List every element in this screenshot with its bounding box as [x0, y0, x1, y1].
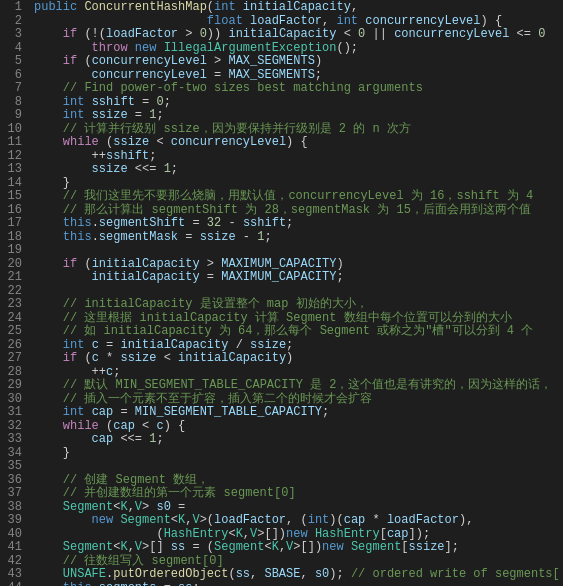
code-line-36: // 创建 Segment 数组， [34, 474, 563, 488]
code-line-20: if (initialCapacity > MAXIMUM_CAPACITY) [34, 258, 563, 272]
code-line-5: if (concurrencyLevel > MAX_SEGMENTS) [34, 55, 563, 69]
code-line-16: // 那么计算出 segmentShift 为 28，segmentMask 为… [34, 204, 563, 218]
code-line-22 [34, 285, 563, 299]
code-editor: 1 2 3 4 5 6 7 8 9 10 11 12 13 14 15 16 1… [0, 0, 563, 586]
code-line-9: int ssize = 1; [34, 109, 563, 123]
code-line-31: int cap = MIN_SEGMENT_TABLE_CAPACITY; [34, 406, 563, 420]
code-line-15: // 我们这里先不要那么烧脑，用默认值，concurrencyLevel 为 1… [34, 190, 563, 204]
code-line-17: this.segmentShift = 32 - sshift; [34, 217, 563, 231]
code-line-40: (HashEntry<K,V>[])new HashEntry[cap]); [34, 528, 563, 542]
code-line-14: } [34, 177, 563, 191]
code-line-10: // 计算并行级别 ssize，因为要保持并行级别是 2 的 n 次方 [34, 123, 563, 137]
code-line-33: cap <<= 1; [34, 433, 563, 447]
line-numbers: 1 2 3 4 5 6 7 8 9 10 11 12 13 14 15 16 1… [0, 0, 30, 586]
code-line-28: ++c; [34, 366, 563, 380]
code-line-8: int sshift = 0; [34, 96, 563, 110]
code-line-38: Segment<K,V> s0 = [34, 501, 563, 515]
code-line-41: Segment<K,V>[] ss = (Segment<K,V>[])new … [34, 541, 563, 555]
code-line-42: // 往数组写入 segment[0] [34, 555, 563, 569]
code-line-11: while (ssize < concurrencyLevel) { [34, 136, 563, 150]
code-line-43: UNSAFE.putOrderedObject(ss, SBASE, s0); … [34, 568, 563, 582]
code-line-39: new Segment<K,V>(loadFactor, (int)(cap *… [34, 514, 563, 528]
code-line-12: ++sshift; [34, 150, 563, 164]
code-line-30: // 插入一个元素不至于扩容，插入第二个的时候才会扩容 [34, 393, 563, 407]
code-line-44: this.segments = ss; [34, 582, 563, 587]
code-content: public ConcurrentHashMap(int initialCapa… [30, 0, 563, 586]
code-line-3: if (!(loadFactor > 0)) initialCapacity <… [34, 28, 563, 42]
code-line-37: // 并创建数组的第一个元素 segment[0] [34, 487, 563, 501]
code-line-1: public ConcurrentHashMap(int initialCapa… [34, 1, 563, 15]
code-line-24: // 这里根据 initialCapacity 计算 Segment 数组中每个… [34, 312, 563, 326]
code-line-27: if (c * ssize < initialCapacity) [34, 352, 563, 366]
code-line-21: initialCapacity = MAXIMUM_CAPACITY; [34, 271, 563, 285]
code-line-2: float loadFactor, int concurrencyLevel) … [34, 15, 563, 29]
code-line-18: this.segmentMask = ssize - 1; [34, 231, 563, 245]
code-line-25: // 如 initialCapacity 为 64，那么每个 Segment 或… [34, 325, 563, 339]
code-line-35 [34, 460, 563, 474]
code-line-29: // 默认 MIN_SEGMENT_TABLE_CAPACITY 是 2，这个值… [34, 379, 563, 393]
code-line-6: concurrencyLevel = MAX_SEGMENTS; [34, 69, 563, 83]
code-line-13: ssize <<= 1; [34, 163, 563, 177]
code-line-23: // initialCapacity 是设置整个 map 初始的大小， [34, 298, 563, 312]
code-line-19 [34, 244, 563, 258]
code-line-26: int c = initialCapacity / ssize; [34, 339, 563, 353]
code-line-34: } [34, 447, 563, 461]
code-line-7: // Find power-of-two sizes best matching… [34, 82, 563, 96]
code-line-32: while (cap < c) { [34, 420, 563, 434]
code-line-4: throw new IllegalArgumentException(); [34, 42, 563, 56]
